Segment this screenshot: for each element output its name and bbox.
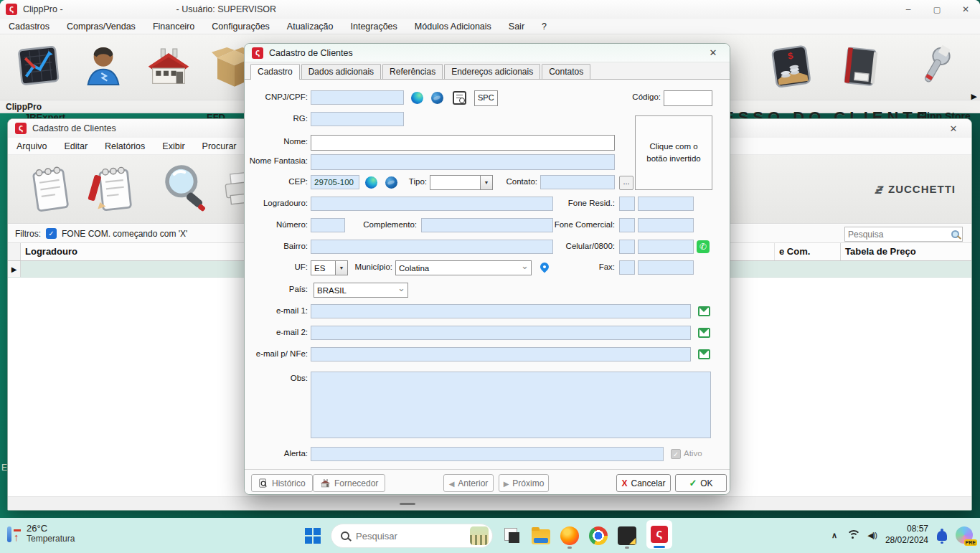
menu-editar[interactable]: Editar	[64, 141, 88, 151]
start-button-icon[interactable]	[305, 528, 321, 544]
close-icon[interactable]	[943, 123, 964, 134]
wifi-icon[interactable]	[846, 530, 859, 540]
tab-enderecos-adicionais[interactable]: Endereços adicionais	[444, 64, 540, 79]
email-nfe-input[interactable]	[311, 347, 691, 361]
notification-bell-icon[interactable]	[937, 531, 947, 541]
cancelar-button[interactable]: Cancelar	[616, 474, 671, 492]
menu-relatorios[interactable]: Relatórios	[105, 141, 145, 151]
menu-cadastros[interactable]: Cadastros	[9, 22, 50, 32]
grid-search-input[interactable]	[848, 230, 951, 240]
rg-input[interactable]	[311, 112, 404, 126]
mail-icon[interactable]	[698, 328, 710, 338]
filter-checkbox[interactable]	[46, 228, 57, 239]
menu-configuracoes[interactable]: Configurações	[212, 22, 270, 32]
mail-icon[interactable]	[698, 349, 710, 359]
tab-cadastro[interactable]: Cadastro	[250, 64, 300, 80]
taskbar-weather-widget[interactable]: 26°C Temperatura	[7, 523, 75, 544]
taskbar-search-input[interactable]	[356, 531, 463, 542]
logradouro-input[interactable]	[311, 197, 553, 211]
minimize-icon[interactable]	[894, 0, 923, 19]
spc-button[interactable]: SPC	[474, 90, 498, 106]
file-explorer-icon[interactable]	[532, 529, 550, 544]
menu-financeiro[interactable]: Financeiro	[153, 22, 194, 32]
tray-chevron-up-icon[interactable]	[831, 531, 837, 540]
menu-procurar[interactable]: Procurar	[202, 141, 237, 151]
volume-icon[interactable]	[867, 531, 877, 540]
contato-input[interactable]	[540, 175, 615, 189]
fone-comercial-ddd-input[interactable]	[619, 218, 635, 232]
company-building-icon[interactable]	[145, 40, 192, 95]
menu-modulos-adicionais[interactable]: Módulos Adicionais	[415, 22, 491, 32]
edge-browser-icon[interactable]	[411, 92, 423, 104]
finance-coins-icon[interactable]: $	[769, 40, 814, 95]
menu-integracoes[interactable]: Integrações	[350, 22, 397, 32]
bairro-input[interactable]	[311, 240, 553, 254]
maximize-icon[interactable]	[923, 0, 951, 19]
dropdown-arrow-icon[interactable]	[335, 261, 347, 275]
tipo-select[interactable]	[430, 175, 493, 190]
toolbar-scroll-right-icon[interactable]	[971, 92, 977, 101]
firefox-icon[interactable]	[560, 526, 579, 545]
codigo-input[interactable]	[664, 90, 712, 106]
dropdown-arrow-icon[interactable]	[480, 176, 492, 189]
grid-search-box[interactable]	[844, 227, 963, 242]
edit-record-icon[interactable]	[85, 159, 137, 219]
email2-input[interactable]	[311, 326, 691, 340]
search-icon[interactable]	[951, 230, 959, 238]
cep-input[interactable]	[311, 175, 359, 189]
contato-lookup-button[interactable]: ...	[619, 176, 633, 190]
fone-resid-ddd-input[interactable]	[619, 197, 635, 211]
pais-select[interactable]: BRASIL	[314, 283, 408, 298]
tab-dados-adicionais[interactable]: Dados adicionais	[301, 64, 381, 79]
nome-fantasia-input[interactable]	[311, 154, 615, 170]
complemento-input[interactable]	[421, 218, 553, 232]
mail-icon[interactable]	[698, 306, 710, 316]
chrome-icon[interactable]	[589, 526, 608, 545]
column-fone-com[interactable]: e Com.	[774, 243, 840, 260]
search-highlight-image[interactable]	[470, 526, 489, 545]
menu-atualizacao[interactable]: Atualização	[287, 22, 334, 32]
proximo-button[interactable]: Próximo	[499, 474, 549, 492]
menu-arquivo[interactable]: Arquivo	[17, 141, 47, 151]
cnpj-input[interactable]	[311, 90, 404, 105]
ok-button[interactable]: OK	[675, 474, 727, 492]
tray-clock[interactable]: 08:57 28/02/2024	[885, 524, 928, 546]
consult-list-icon[interactable]	[453, 91, 466, 105]
notes-app-icon[interactable]	[618, 526, 636, 545]
fone-resid-input[interactable]	[638, 197, 694, 211]
nome-input[interactable]	[311, 135, 615, 151]
tab-contatos[interactable]: Contatos	[542, 64, 590, 79]
dialog-titlebar[interactable]: Cadastro de Clientes	[245, 44, 730, 62]
fax-input[interactable]	[638, 260, 694, 275]
menu-compras-vendas[interactable]: Compras/Vendas	[67, 22, 136, 32]
ativo-checkbox[interactable]	[671, 449, 681, 459]
taskbar-search[interactable]	[331, 524, 493, 548]
settings-wrench-icon[interactable]	[913, 40, 957, 95]
anterior-button[interactable]: Anterior	[443, 474, 494, 492]
chevron-down-icon[interactable]	[395, 283, 407, 297]
celular-ddd-input[interactable]	[619, 240, 635, 254]
edge-browser-icon[interactable]	[365, 176, 377, 189]
fone-comercial-input[interactable]	[638, 218, 694, 232]
fornecedor-button[interactable]: Fornecedor	[313, 474, 385, 492]
menu-sair[interactable]: Sair	[509, 22, 524, 32]
chart-icon[interactable]	[16, 40, 62, 95]
column-tabela-preco[interactable]: Tabela de Preço	[840, 243, 971, 260]
celular-input[interactable]	[638, 240, 694, 254]
historico-button[interactable]: Histórico	[251, 474, 313, 492]
menu-help[interactable]: ?	[542, 22, 547, 32]
whatsapp-icon[interactable]	[697, 240, 710, 253]
menu-exibir[interactable]: Exibir	[162, 141, 184, 151]
chevron-down-icon[interactable]	[519, 261, 531, 275]
globe-icon[interactable]	[431, 92, 443, 104]
search-record-icon[interactable]	[157, 159, 212, 219]
clients-person-icon[interactable]	[80, 40, 126, 95]
close-icon[interactable]	[951, 0, 980, 19]
tab-referencias[interactable]: Referências	[382, 64, 443, 79]
clipppro-taskbar-icon[interactable]	[646, 520, 672, 549]
main-titlebar[interactable]: ClippPro - - Usuário: SUPERVISOR	[0, 0, 980, 19]
close-icon[interactable]	[704, 47, 722, 58]
fax-ddd-input[interactable]	[619, 260, 635, 275]
obs-textarea[interactable]	[311, 372, 711, 438]
alerta-input[interactable]	[311, 447, 664, 461]
